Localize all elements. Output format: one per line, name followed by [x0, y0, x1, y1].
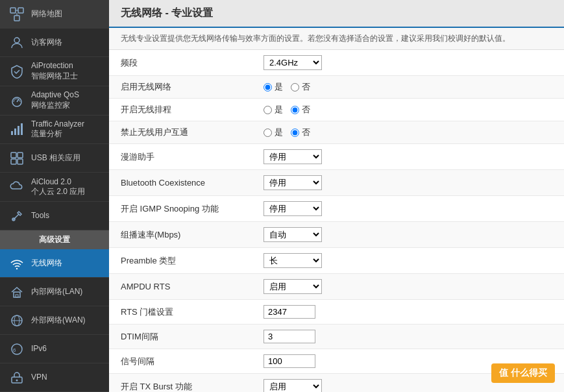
home-icon [8, 283, 26, 301]
sidebar-label-tools: Tools [31, 211, 49, 221]
setting-select-13[interactable]: 启用停用 [264, 379, 322, 392]
sidebar-item-aicloud[interactable]: AiCloud 2.0 个人云 2.0 应用 [0, 173, 109, 202]
setting-control[interactable]: 停用启用 [252, 144, 564, 170]
vpn-icon [8, 369, 26, 387]
setting-control[interactable]: 自动125.511 [252, 222, 564, 248]
radio-option-3-1[interactable]: 否 [291, 127, 310, 138]
setting-control[interactable]: 停用启用 [252, 196, 564, 222]
sidebar-item-tools[interactable]: Tools [0, 202, 109, 230]
setting-input-10[interactable] [264, 305, 315, 319]
setting-select-6[interactable]: 停用启用 [264, 201, 322, 216]
setting-control[interactable]: 是否 [252, 121, 564, 144]
tools-icon [8, 207, 26, 225]
page-title: 无线网络 - 专业设置 [121, 6, 552, 20]
sidebar-item-guest-network[interactable]: 访客网络 [0, 29, 109, 57]
main-content: 无线网络 - 专业设置 无线专业设置提供您无线网络传输与效率方面的设置。若您没有… [109, 0, 564, 392]
setting-control[interactable]: 长短 [252, 248, 564, 274]
gauge-icon [8, 92, 26, 110]
radio-label: 是 [275, 127, 283, 138]
setting-label: 组播速率(Mbps) [109, 222, 252, 248]
setting-control[interactable]: 启用停用 [252, 274, 564, 300]
radio-group-3: 是否 [264, 127, 552, 138]
setting-label: Preamble 类型 [109, 248, 252, 274]
table-row: 开启无线排程是否 [109, 99, 564, 121]
setting-control[interactable]: 启用停用 [252, 374, 564, 393]
globe-icon [8, 312, 26, 330]
table-row: 开启 IGMP Snooping 功能停用启用 [109, 196, 564, 222]
radio-input-2-0[interactable] [264, 106, 272, 114]
radio-option-3-0[interactable]: 是 [264, 127, 283, 138]
advanced-settings-section: 高级设置 [0, 230, 109, 249]
sidebar-item-wireless[interactable]: 无线网络 [0, 249, 109, 278]
setting-control[interactable] [252, 325, 564, 349]
radio-input-2-1[interactable] [291, 106, 299, 114]
svg-line-7 [17, 99, 19, 102]
radio-label: 否 [302, 127, 310, 138]
radio-option-2-0[interactable]: 是 [264, 104, 283, 116]
svg-rect-8 [11, 131, 13, 135]
sidebar-label-qos: Adaptive QoS 网络监控家 [31, 90, 79, 110]
sidebar-item-traffic-analyzer[interactable]: Traffic Analyzer 流量分析 [0, 116, 109, 145]
traffic-icon [8, 120, 26, 138]
table-row: 漫游助手停用启用 [109, 144, 564, 170]
table-row: 开启 TX Burst 功能启用停用 [109, 374, 564, 393]
table-row: DTIM间隔 [109, 325, 564, 349]
table-row: AMPDU RTS启用停用 [109, 274, 564, 300]
puzzle-icon [8, 149, 26, 167]
sidebar-item-adaptive-qos[interactable]: Adaptive QoS 网络监控家 [0, 86, 109, 116]
setting-input-11[interactable] [264, 330, 315, 343]
setting-input-12[interactable] [264, 354, 315, 368]
sidebar-item-lan[interactable]: 内部网络(LAN) [0, 278, 109, 306]
setting-control[interactable]: 2.4GHz5GHz [252, 50, 564, 76]
setting-control[interactable] [252, 349, 564, 374]
sidebar-item-ipv6[interactable]: 6 IPv6 [0, 335, 109, 363]
guest-icon [8, 34, 26, 52]
setting-select-0[interactable]: 2.4GHz5GHz [264, 55, 322, 70]
sidebar-label-aiprotection: AiProtection 智能网络卫士 [31, 61, 78, 81]
svg-text:6: 6 [13, 347, 16, 353]
setting-control[interactable]: 是否 [252, 76, 564, 99]
svg-rect-11 [21, 123, 23, 135]
sidebar-label-lan: 内部网络(LAN) [31, 287, 82, 297]
sidebar-item-aiprotection[interactable]: AiProtection 智能网络卫士 [0, 57, 109, 86]
network-map-icon [8, 5, 26, 23]
setting-label: 禁止无线用户互通 [109, 121, 252, 144]
sidebar-item-vpn[interactable]: VPN [0, 363, 109, 392]
radio-option-1-0[interactable]: 是 [264, 81, 283, 93]
radio-option-2-1[interactable]: 否 [291, 104, 310, 116]
radio-input-3-0[interactable] [264, 129, 272, 137]
setting-label: 漫游助手 [109, 144, 252, 170]
setting-label: RTS 门槛设置 [109, 300, 252, 325]
setting-control[interactable]: 是否 [252, 99, 564, 121]
setting-control[interactable] [252, 300, 564, 325]
radio-label: 是 [275, 81, 283, 93]
table-row: 频段2.4GHz5GHz [109, 50, 564, 76]
setting-select-9[interactable]: 启用停用 [264, 279, 322, 294]
radio-input-1-1[interactable] [291, 83, 299, 92]
radio-group-1: 是否 [264, 81, 552, 93]
svg-point-26 [16, 379, 18, 381]
sidebar-item-wan[interactable]: 外部网络(WAN) [0, 306, 109, 335]
setting-select-4[interactable]: 停用启用 [264, 149, 322, 164]
setting-control[interactable]: 停用启用 [252, 170, 564, 196]
sidebar-label-wireless: 无线网络 [31, 258, 62, 269]
radio-input-1-0[interactable] [264, 83, 272, 92]
setting-select-8[interactable]: 长短 [264, 253, 322, 268]
radio-input-3-1[interactable] [291, 129, 299, 137]
setting-label: 频段 [109, 50, 252, 76]
radio-label: 否 [302, 81, 310, 93]
radio-option-1-1[interactable]: 否 [291, 81, 310, 93]
sidebar-item-network-map[interactable]: 网络地图 [0, 0, 109, 29]
setting-label: 开启 TX Burst 功能 [109, 374, 252, 393]
sidebar-label-guest: 访客网络 [31, 38, 62, 48]
setting-select-7[interactable]: 自动125.511 [264, 227, 322, 242]
svg-rect-0 [10, 8, 16, 13]
settings-content: 频段2.4GHz5GHz启用无线网络是否开启无线排程是否禁止无线用户互通是否漫游… [109, 50, 564, 392]
setting-label: 信号间隔 [109, 349, 252, 374]
table-row: RTS 门槛设置 [109, 300, 564, 325]
radio-group-2: 是否 [264, 104, 552, 116]
setting-select-5[interactable]: 停用启用 [264, 175, 322, 190]
svg-rect-9 [14, 129, 16, 135]
sidebar-item-usb[interactable]: USB 相关应用 [0, 144, 109, 173]
table-row: 启用无线网络是否 [109, 76, 564, 99]
